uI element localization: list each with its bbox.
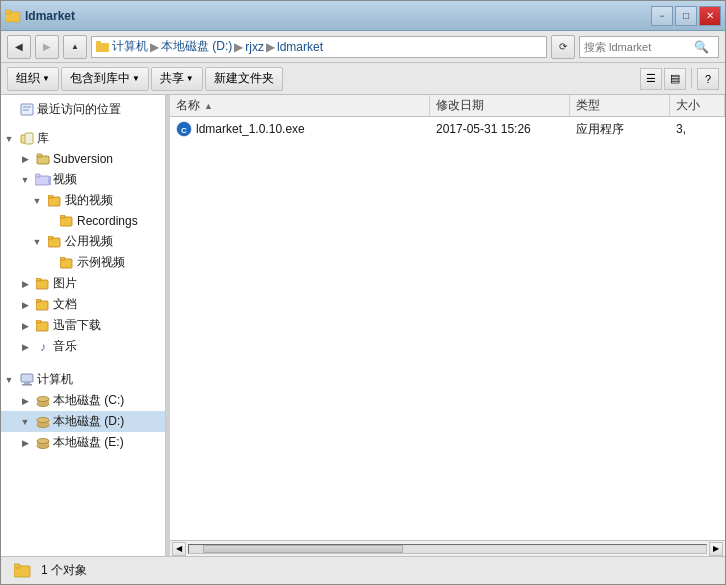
hscroll-right-button[interactable]: ▶ [709,542,723,556]
minimize-button[interactable]: － [651,6,673,26]
view-buttons: ☰ ▤ ? [640,68,719,90]
hscroll-left-button[interactable]: ◀ [172,542,186,556]
refresh-button[interactable]: ⟳ [551,35,575,59]
sidebar-item-sample-video[interactable]: 示例视频 [1,252,165,273]
address-bar: ◀ ▶ ▲ 计算机 ▶ 本地磁盘 (D:) ▶ rjxz ▶ ldmarket … [1,31,725,63]
sidebar-item-public-video[interactable]: ▼ 公用视频 [1,231,165,252]
thunder-icon [35,318,51,334]
path-rjxz[interactable]: rjxz [245,40,264,54]
svg-point-39 [37,438,49,443]
path-ldmarket[interactable]: ldmarket [277,40,323,54]
svg-rect-23 [36,278,41,281]
sidebar-public-video-label: 公用视频 [65,233,113,250]
expand-subversion-icon: ▶ [17,151,33,167]
file-date-cell: 2017-05-31 15:26 [430,120,570,138]
sidebar-subversion-label: Subversion [53,152,113,166]
search-input[interactable] [584,41,694,53]
sidebar-item-subversion[interactable]: ▶ Subversion [1,149,165,169]
help-button[interactable]: ? [697,68,719,90]
col-size-header[interactable]: 大小 [670,95,725,116]
sidebar-item-computer[interactable]: ▼ 计算机 [1,369,165,390]
window-icon [5,8,21,24]
col-date-header[interactable]: 修改日期 [430,95,570,116]
computer-icon [19,372,35,388]
sidebar-item-local-c[interactable]: ▶ 本地磁盘 (C:) [1,390,165,411]
hscroll-track[interactable] [188,544,707,554]
sidebar-item-music[interactable]: ▶ ♪ 音乐 [1,336,165,357]
sidebar-item-pictures[interactable]: ▶ 图片 [1,273,165,294]
sidebar: 最近访问的位置 ▼ 库 ▶ [1,95,166,556]
svg-rect-10 [37,154,42,157]
sidebar-recordings-label: Recordings [77,214,138,228]
sidebar-item-recent[interactable]: 最近访问的位置 [1,99,165,120]
toolbar: 组织 ▼ 包含到库中 ▼ 共享 ▼ 新建文件夹 ☰ ▤ ? [1,63,725,95]
sidebar-item-local-e[interactable]: ▶ 本地磁盘 (E:) [1,432,165,453]
svg-rect-8 [25,133,33,144]
svg-rect-12 [35,174,40,177]
horizontal-scrollbar[interactable]: ◀ ▶ [170,540,725,556]
col-type-header[interactable]: 类型 [570,95,670,116]
expand-sample-icon [41,255,57,271]
sidebar-item-recordings[interactable]: Recordings [1,211,165,231]
file-size-cell: 3, [670,120,725,138]
local-e-icon [35,435,51,451]
close-button[interactable]: ✕ [699,6,721,26]
pictures-icon [35,276,51,292]
window: ldmarket － □ ✕ ◀ ▶ ▲ 计算机 ▶ 本地磁盘 (D:) ▶ r… [0,0,726,585]
sidebar-music-label: 音乐 [53,338,77,355]
expand-local-e-icon: ▶ [17,435,33,451]
sidebar-recent-label: 最近访问的位置 [37,101,121,118]
share-button[interactable]: 共享 ▼ [151,67,203,91]
toolbar-separator [691,68,692,88]
up-button[interactable]: ▲ [63,35,87,59]
expand-video-icon: ▼ [17,172,33,188]
sidebar-item-video[interactable]: ▼ 视频 [1,169,165,190]
title-bar-left: ldmarket [5,8,75,24]
path-local-d[interactable]: 本地磁盘 (D:) [161,38,232,55]
hscroll-thumb[interactable] [203,545,403,553]
recent-icon [19,102,35,118]
sidebar-item-docs[interactable]: ▶ 文档 [1,294,165,315]
svg-rect-15 [48,195,53,198]
include-arrow: ▼ [132,74,140,83]
sample-video-icon [59,255,75,271]
sidebar-local-d-label: 本地磁盘 (D:) [53,413,124,430]
expand-local-d-icon: ▼ [17,414,33,430]
file-list: C ldmarket_1.0.10.exe 2017-05-31 15:26 应… [170,117,725,540]
new-folder-button[interactable]: 新建文件夹 [205,67,283,91]
expand-recent-icon [1,102,17,118]
svg-rect-13 [49,176,51,185]
include-library-button[interactable]: 包含到库中 ▼ [61,67,149,91]
share-arrow: ▼ [186,74,194,83]
sidebar-item-library[interactable]: ▼ 库 [1,128,165,149]
sidebar-my-video-label: 我的视频 [65,192,113,209]
sidebar-item-my-video[interactable]: ▼ 我的视频 [1,190,165,211]
svg-rect-19 [48,236,53,239]
search-icon[interactable]: 🔍 [694,40,709,54]
table-row[interactable]: C ldmarket_1.0.10.exe 2017-05-31 15:26 应… [170,117,725,141]
search-box: 🔍 [579,36,719,58]
svg-rect-27 [36,320,41,323]
status-count: 1 个对象 [41,562,87,579]
maximize-button[interactable]: □ [675,6,697,26]
path-computer[interactable]: 计算机 [112,38,148,55]
organize-button[interactable]: 组织 ▼ [7,67,59,91]
back-button[interactable]: ◀ [7,35,31,59]
forward-button[interactable]: ▶ [35,35,59,59]
col-name-header[interactable]: 名称 ▲ [170,95,430,116]
sidebar-item-thunder[interactable]: ▶ 迅雷下载 [1,315,165,336]
file-icon: C [176,121,192,137]
sidebar-item-local-d[interactable]: ▼ 本地磁盘 (D:) [1,411,165,432]
expand-docs-icon: ▶ [17,297,33,313]
sidebar-docs-label: 文档 [53,296,77,313]
view-btn-details[interactable]: ▤ [664,68,686,90]
view-btn-list[interactable]: ☰ [640,68,662,90]
file-name: ldmarket_1.0.10.exe [196,122,305,136]
expand-music-icon: ▶ [17,339,33,355]
video-folder-icon [35,172,51,188]
docs-icon [35,297,51,313]
file-type-cell: 应用程序 [570,119,670,140]
sidebar-library-section: ▼ 库 ▶ [1,124,165,361]
expand-recordings-icon [41,213,57,229]
svg-rect-30 [22,384,32,386]
